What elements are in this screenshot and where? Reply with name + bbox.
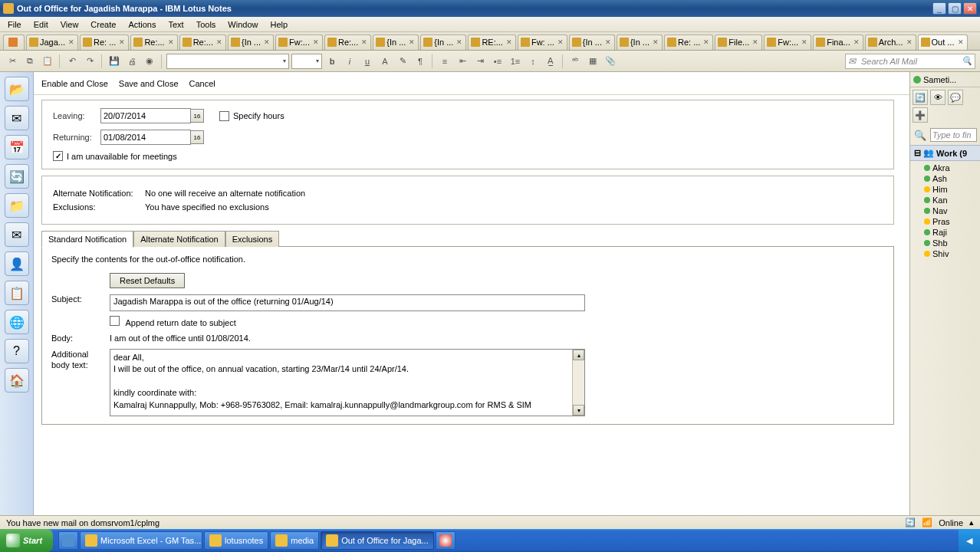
tab-close-icon[interactable]: ✕ [167,38,175,46]
doc-tab[interactable]: Re: ...✕ [664,34,713,50]
contact-item[interactable]: Akra [910,163,980,173]
web-icon[interactable]: 🌐 [5,310,29,334]
doc-tab[interactable]: Re:...✕ [179,34,226,50]
scroll-down-icon[interactable]: ▾ [573,405,584,416]
home-tab[interactable] [3,34,25,50]
doc-tab[interactable]: Re:...✕ [130,34,177,50]
save-icon[interactable]: 💾 [107,54,122,69]
tab-alternate[interactable]: Alternate Notification [133,231,225,247]
taskbar-task[interactable]: media [270,531,319,550]
contact-item[interactable]: Pras [910,216,980,227]
returning-calendar-icon[interactable]: 16 [190,130,204,144]
contact-item[interactable]: Ash [910,173,980,184]
taskbar-task[interactable]: lotusnotes [204,531,268,550]
contacts-icon[interactable]: 👤 [5,251,29,276]
contact-item[interactable]: Shb [910,238,980,248]
tab-close-icon[interactable]: ✕ [505,38,513,46]
text-icon[interactable]: A̲ [543,54,558,69]
highlight-icon[interactable]: ✎ [395,54,410,69]
undo-icon[interactable]: ↶ [64,54,80,69]
leaving-calendar-icon[interactable]: 16 [190,109,204,123]
tab-close-icon[interactable]: ✕ [557,38,564,46]
tab-close-icon[interactable]: ✕ [853,38,860,46]
append-date-checkbox[interactable] [110,316,120,326]
menu-window[interactable]: Window [222,18,264,31]
doc-tab[interactable]: Re: ...✕ [80,34,129,50]
quicklaunch-chrome[interactable] [436,531,455,550]
start-button[interactable]: Start [0,529,53,552]
underline-icon[interactable]: u [360,54,375,69]
reset-defaults-button[interactable]: Reset Defaults [110,273,185,288]
doc-tab[interactable]: {In ...✕ [228,34,274,50]
tab-exclusions[interactable]: Exclusions [225,231,280,247]
minimize-button[interactable]: _ [932,2,946,15]
maximize-button[interactable]: ▢ [948,2,962,15]
compose-icon[interactable]: ✉ [5,222,29,247]
tab-close-icon[interactable]: ✕ [215,38,223,46]
subject-input[interactable]: Jagadish Marappa is out of the office (r… [110,294,585,311]
menu-edit[interactable]: Edit [28,18,54,31]
contact-item[interactable]: Kan [910,195,980,205]
search-mail-input[interactable]: ✉ Search All Mail 🔍 [845,54,975,69]
tab-close-icon[interactable]: ✕ [263,38,271,46]
save-and-close-button[interactable]: Save and Close [119,79,179,88]
contact-item[interactable]: Him [910,184,980,195]
refresh-icon[interactable]: 🔄 [5,164,29,189]
work-group-header[interactable]: ⊟ 👥 Work (9 [910,145,980,161]
doc-tab[interactable]: {In ...✕ [569,34,615,50]
menu-help[interactable]: Help [264,18,294,31]
contact-item[interactable]: Nav [910,205,980,216]
doc-tab[interactable]: Out ...✕ [918,34,968,50]
tab-close-icon[interactable]: ✕ [702,38,710,46]
attach-icon[interactable]: 📎 [603,54,618,69]
sametime-header[interactable]: Sameti... [910,72,980,87]
font-color-icon[interactable]: A [377,54,393,69]
align-icon[interactable]: ≡ [437,54,452,69]
unavailable-checkbox[interactable] [53,151,63,161]
tab-close-icon[interactable]: ✕ [652,38,659,46]
menu-file[interactable]: File [2,18,28,31]
doc-tab[interactable]: Re:...✕ [324,34,371,50]
cancel-button[interactable]: Cancel [189,79,215,88]
tab-close-icon[interactable]: ✕ [957,38,965,46]
list-bullet-icon[interactable]: •≡ [490,54,505,69]
tab-close-icon[interactable]: ✕ [801,38,808,46]
cut-icon[interactable]: ✂ [5,54,20,69]
menu-view[interactable]: View [54,18,85,31]
textarea-scrollbar[interactable]: ▴ ▾ [572,350,584,416]
spacing-icon[interactable]: ↕ [525,54,541,69]
doc-tab[interactable]: Jaga...✕ [26,34,78,50]
status-dropdown-icon[interactable]: ▴ [969,518,974,527]
spellcheck-icon[interactable]: ᵃᵇ [567,54,583,69]
returning-date-input[interactable]: 01/08/2014 [100,130,191,145]
copy-icon[interactable]: ⧉ [22,54,38,69]
doc-tab[interactable]: Fw: ...✕ [518,34,567,50]
list-number-icon[interactable]: 1≡ [508,54,523,69]
doc-tab[interactable]: {In ...✕ [617,34,663,50]
menu-text[interactable]: Text [162,18,189,31]
menu-create[interactable]: Create [84,18,122,31]
tab-close-icon[interactable]: ✕ [118,38,126,46]
tab-close-icon[interactable]: ✕ [312,38,320,46]
tab-close-icon[interactable]: ✕ [67,38,75,46]
leaving-date-input[interactable]: 20/07/2014 [100,108,191,123]
tab-close-icon[interactable]: ✕ [455,38,463,46]
quicklaunch-desktop[interactable] [58,531,78,550]
open-button-icon[interactable]: 📂 [5,77,29,101]
additional-body-textarea[interactable]: dear All, I will be out of the office, o… [110,349,585,416]
scroll-up-icon[interactable]: ▴ [573,350,584,360]
tab-standard[interactable]: Standard Notification [41,231,133,248]
paste-icon[interactable]: 📋 [40,54,55,69]
enable-and-close-button[interactable]: Enable and Close [41,79,108,88]
system-tray[interactable]: ◀ [959,529,980,552]
contact-item[interactable]: Raji [910,227,980,238]
preview-icon[interactable]: ◉ [142,54,157,69]
contact-item[interactable]: Shiv [910,248,980,259]
doc-tab[interactable]: Fina...✕ [813,34,863,50]
home-icon[interactable]: 🏠 [5,368,29,393]
taskbar-task[interactable]: Out of Office for Jaga... [321,531,434,550]
specify-hours-checkbox[interactable] [219,111,229,121]
tab-close-icon[interactable]: ✕ [360,38,368,46]
style-icon[interactable]: ¶ [413,54,428,69]
italic-icon[interactable]: i [342,54,357,69]
